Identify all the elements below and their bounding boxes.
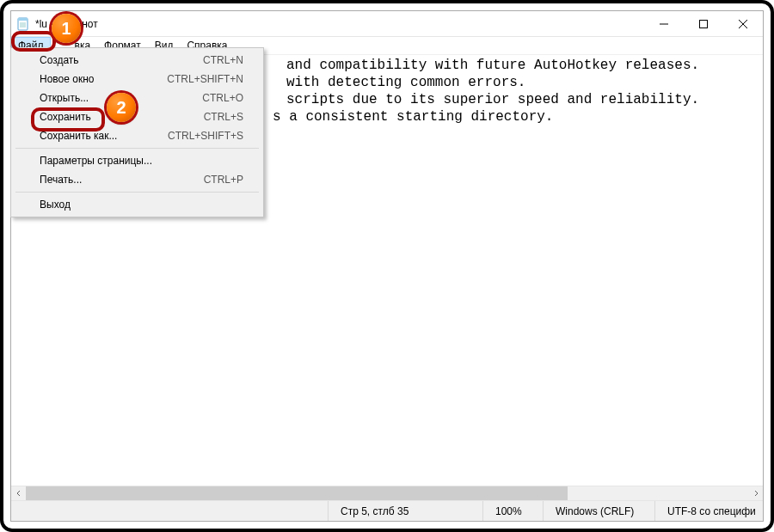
menu-item-label: Сохранить как...	[40, 130, 168, 142]
horizontal-scrollbar[interactable]	[11, 486, 763, 500]
menu-item-new-window[interactable]: Новое окно CTRL+SHIFT+N	[14, 70, 261, 89]
menu-item-exit[interactable]: Выход	[14, 195, 261, 214]
menu-item-label: Печать...	[40, 174, 204, 186]
scroll-track[interactable]	[26, 486, 748, 500]
menu-item-label: Открыть...	[40, 92, 202, 104]
menu-item-shortcut: CTRL+SHIFT+N	[167, 73, 243, 85]
window-title: *lu – Блокнот	[35, 18, 98, 30]
menu-item-label: Параметры страницы...	[40, 155, 243, 167]
menu-item-shortcut: CTRL+P	[204, 174, 243, 186]
title-bar: *lu – Блокнот	[11, 11, 763, 37]
file-menu-dropdown: Создать CTRL+N Новое окно CTRL+SHIFT+N О…	[10, 47, 264, 217]
svg-rect-6	[700, 20, 708, 28]
menu-item-label: Новое окно	[40, 73, 167, 85]
notepad-icon	[16, 17, 30, 31]
menu-item-new[interactable]: Создать CTRL+N	[14, 51, 261, 70]
status-zoom: 100%	[482, 501, 543, 521]
menu-item-save[interactable]: Сохранить CTRL+S	[14, 107, 261, 126]
svg-rect-1	[18, 18, 28, 21]
minimize-button[interactable]	[644, 11, 684, 37]
maximize-button[interactable]	[684, 11, 723, 37]
menu-item-open[interactable]: Открыть... CTRL+O	[14, 89, 261, 107]
text-line: scripts due to its superior speed and re…	[286, 91, 699, 108]
scroll-right-button[interactable]	[748, 486, 763, 500]
menu-item-label: Выход	[40, 199, 243, 211]
menu-item-shortcut: CTRL+S	[204, 111, 243, 123]
menu-item-label: Создать	[40, 54, 203, 66]
menu-item-shortcut: CTRL+SHIFT+S	[168, 130, 243, 142]
text-line: s a consistent starting directory.	[273, 108, 553, 125]
status-eol: Windows (CRLF)	[543, 501, 654, 521]
menu-item-save-as[interactable]: Сохранить как... CTRL+SHIFT+S	[14, 126, 261, 145]
menu-item-print[interactable]: Печать... CTRL+P	[14, 170, 261, 189]
menu-item-shortcut: CTRL+N	[203, 54, 243, 66]
menu-item-page-setup[interactable]: Параметры страницы...	[14, 151, 261, 170]
status-bar: Стр 5, стлб 35 100% Windows (CRLF) UTF-8…	[11, 500, 763, 521]
menu-item-label: Сохранить	[40, 111, 204, 123]
status-cursor: Стр 5, стлб 35	[328, 501, 482, 521]
text-line: with detecting common errors.	[286, 74, 525, 91]
menu-item-shortcut: CTRL+O	[202, 92, 243, 104]
scroll-left-button[interactable]	[11, 486, 26, 500]
close-button[interactable]	[723, 11, 763, 37]
status-encoding: UTF-8 со специфи	[654, 501, 763, 521]
scroll-thumb[interactable]	[26, 486, 568, 500]
menu-separator	[15, 148, 259, 149]
menu-separator	[15, 192, 259, 193]
text-line: and compatibility with future AutoHotkey…	[286, 57, 699, 74]
